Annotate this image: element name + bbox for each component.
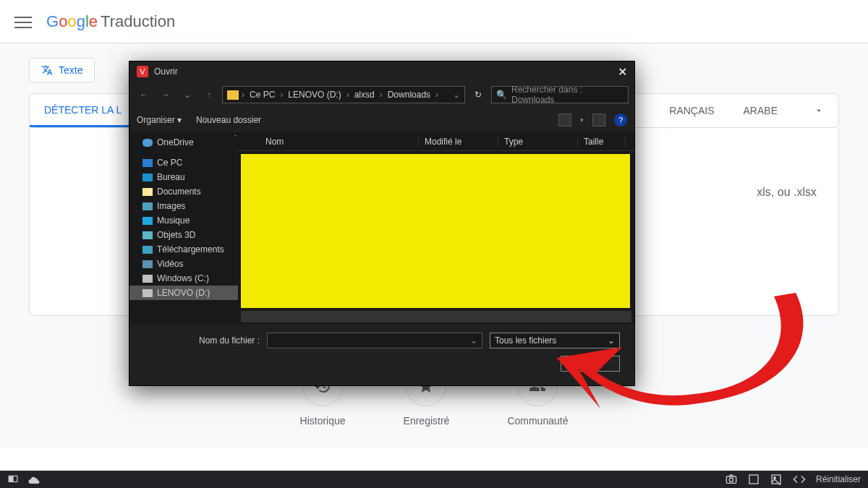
breadcrumb-part[interactable]: Downloads — [386, 90, 433, 100]
sidebar-label: Ce PC — [157, 158, 182, 168]
translate-icon — [41, 64, 53, 76]
tab-francais[interactable]: RANÇAIS — [655, 94, 728, 127]
breadcrumb[interactable]: › Ce PC› LENOVO (D:)› alxsd› Downloads› … — [222, 86, 465, 103]
view-mode-button[interactable] — [558, 114, 571, 127]
new-folder-button[interactable]: Nouveau dossier — [196, 115, 261, 125]
breadcrumb-part[interactable]: alxsd — [352, 90, 377, 100]
open-button[interactable]: Ouvrir — [561, 356, 620, 372]
file-list-redacted — [241, 154, 630, 308]
sidebar-images[interactable]: Images — [129, 199, 238, 213]
recent-button[interactable]: ⌄ — [179, 90, 196, 100]
cloud-icon — [142, 139, 153, 147]
tab-detect[interactable]: DÉTECTER LA L — [30, 94, 136, 127]
sidebar-cepc[interactable]: Ce PC — [129, 155, 238, 170]
texte-button[interactable]: Texte — [29, 58, 95, 82]
image-icon[interactable] — [770, 474, 783, 485]
filetype-select[interactable]: Tous les fichiers ⌄ — [490, 333, 620, 348]
back-button[interactable]: ← — [135, 90, 153, 100]
filename-label: Nom du fichier : — [144, 335, 260, 346]
tab-francais-label: RANÇAIS — [669, 105, 714, 116]
sidebar-label: Objets 3D — [157, 230, 195, 240]
sidebar-label: Images — [157, 201, 185, 211]
sidebar-windowsc[interactable]: Windows (C:) — [129, 271, 238, 286]
dialog-toolbar: Organiser ▾ Nouveau dossier ▾ ? — [129, 108, 634, 132]
desktop-icon — [142, 174, 153, 181]
search-placeholder: Rechercher dans : Downloads — [511, 85, 624, 105]
communaute-label: Communauté — [507, 415, 568, 427]
app-name: Traduction — [101, 12, 175, 31]
code-icon[interactable] — [793, 474, 806, 484]
breadcrumb-part[interactable]: LENOVO (D:) — [286, 90, 343, 100]
sidebar-label: LENOVO (D:) — [157, 288, 210, 298]
filename-input[interactable]: ⌄ — [267, 333, 482, 348]
disk-icon — [142, 275, 153, 283]
organiser-label: Organiser — [137, 115, 175, 125]
app-header: Google Traduction — [0, 0, 868, 43]
cloud-icon[interactable] — [27, 474, 41, 484]
window-icon[interactable] — [748, 474, 760, 485]
scroll-up-icon[interactable]: ˆ — [234, 134, 237, 141]
camera-icon[interactable] — [725, 474, 738, 485]
chevron-down-icon: ⌄ — [608, 335, 615, 346]
up-button[interactable]: ↑ — [200, 90, 218, 100]
sidebar-lenovod[interactable]: LENOVO (D:) — [129, 286, 238, 300]
sidebar-musique[interactable]: Musique — [129, 213, 238, 228]
dialog-titlebar: V Ouvrir ✕ — [129, 61, 634, 82]
reset-button[interactable]: Réinitialiser — [816, 474, 861, 484]
col-modifie[interactable]: Modifié le — [419, 137, 498, 147]
dialog-title: Ouvrir — [154, 67, 178, 77]
menu-icon[interactable] — [14, 13, 32, 30]
svg-rect-4 — [749, 475, 758, 484]
refresh-button[interactable]: ↻ — [469, 90, 487, 100]
sidebar-documents[interactable]: Documents — [129, 184, 238, 199]
chevron-down-icon: ⌄ — [470, 335, 477, 346]
sidebar-label: Windows (C:) — [157, 273, 209, 283]
sidebar-label: Téléchargements — [157, 244, 224, 254]
organiser-button[interactable]: Organiser ▾ — [137, 115, 182, 125]
help-button[interactable]: ? — [614, 114, 627, 127]
downloads-icon — [142, 246, 153, 254]
sidebar-objets3d[interactable]: Objets 3D — [129, 228, 238, 242]
sidebar-label: OneDrive — [157, 137, 194, 147]
images-icon — [142, 202, 153, 210]
folder-icon — [142, 188, 153, 196]
sidebar-label: Documents — [157, 187, 201, 197]
dialog-footer: Nom du fichier : ⌄ Tous les fichiers ⌄ O… — [129, 324, 634, 379]
lang-dropdown[interactable] — [799, 94, 838, 127]
open-label: Ouvrir — [579, 359, 603, 369]
col-type[interactable]: Type — [498, 137, 578, 147]
sidebar-label: Musique — [157, 215, 190, 226]
sidebar-label: Bureau — [157, 172, 185, 182]
col-nom[interactable]: Nom — [260, 137, 419, 147]
search-input[interactable]: 🔍 Rechercher dans : Downloads — [491, 86, 629, 103]
close-button[interactable]: ✕ — [618, 65, 627, 79]
sidebar-label: Vidéos — [157, 259, 183, 269]
svg-point-3 — [729, 478, 733, 481]
sidebar-videos[interactable]: Vidéos — [129, 257, 238, 271]
tab-arabe[interactable]: ARABE — [729, 94, 792, 127]
file-hint: xls, ou .xlsx — [757, 186, 817, 199]
disk-icon — [142, 289, 153, 297]
breadcrumb-chevron[interactable]: ⌄ — [453, 90, 460, 100]
folder-icon — [227, 90, 239, 100]
music-icon — [142, 217, 153, 225]
breadcrumb-part[interactable]: Ce PC — [247, 90, 277, 100]
forward-button[interactable]: → — [157, 90, 174, 100]
tab-detect-label: DÉTECTER LA L — [44, 104, 122, 116]
taskbar: Réinitialiser — [0, 471, 868, 488]
google-logo: Google — [46, 12, 98, 31]
sidebar-onedrive[interactable]: OneDrive — [129, 135, 238, 150]
col-taille[interactable]: Taille — [578, 137, 626, 147]
preview-pane-button[interactable] — [592, 114, 605, 127]
videos-icon — [142, 260, 153, 268]
desktop-icon[interactable] — [7, 474, 19, 484]
view-dropdown[interactable]: ▾ — [580, 116, 584, 124]
sidebar-telechargements[interactable]: Téléchargements — [129, 242, 238, 257]
horizontal-scrollbar[interactable] — [241, 311, 631, 322]
nav-sidebar: ˆ OneDrive Ce PC Bureau Documents Images… — [129, 132, 238, 324]
sidebar-bureau[interactable]: Bureau — [129, 170, 238, 184]
objects3d-icon — [142, 231, 153, 239]
app-icon: V — [137, 66, 148, 77]
file-open-dialog: V Ouvrir ✕ ← → ⌄ ↑ › Ce PC› LENOVO (D:)›… — [129, 61, 635, 386]
historique-label: Historique — [300, 415, 346, 427]
